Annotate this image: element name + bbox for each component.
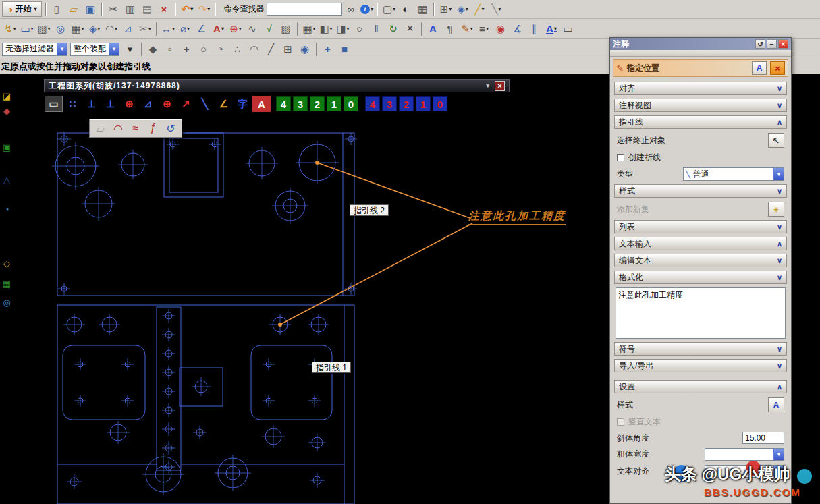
dropdown-icon[interactable]: ▼	[773, 466, 784, 477]
text-align-combo[interactable]: ▼	[705, 465, 784, 478]
extrude-icon[interactable]: ▧▾	[36, 22, 52, 36]
edit-text-bar[interactable]: 编辑文本 ∨	[614, 254, 787, 267]
selection-scope-combo[interactable]: 整个装配 ▼	[70, 43, 119, 56]
dropdown-icon[interactable]: ▼	[773, 168, 784, 180]
create-polyline-checkbox[interactable]	[617, 154, 624, 161]
surface-finish-icon[interactable]: √	[261, 22, 277, 36]
style5-icon[interactable]: ╲	[196, 96, 214, 112]
annotation-icon[interactable]: A▾	[211, 22, 227, 36]
binoculars-icon[interactable]: ∞	[342, 2, 358, 17]
edit-text-icon[interactable]: ✎▾	[459, 22, 475, 36]
palette-icon[interactable]: ◇	[3, 259, 10, 269]
trim-icon[interactable]: ✂▾	[137, 22, 153, 36]
new-file-icon[interactable]: ▯	[49, 2, 65, 17]
wcs-icon[interactable]: +	[320, 42, 336, 57]
cut-icon[interactable]: ✂	[105, 2, 121, 17]
tools-icon[interactable]: ◈▾	[454, 2, 470, 17]
weld-symbol-icon[interactable]: ∿	[244, 22, 261, 36]
quadrant-snap-icon[interactable]: ◔	[213, 42, 229, 57]
update-views-icon[interactable]: ↻	[385, 22, 402, 36]
layer-green-button[interactable]: 4	[276, 96, 291, 111]
delete-view-icon[interactable]: ×	[402, 22, 418, 36]
assembly-navigator-icon[interactable]: ▣	[3, 143, 11, 152]
selection-filter-combo[interactable]: 无选择过滤器 ▼	[2, 43, 67, 56]
undo-icon[interactable]: ↶▾	[179, 2, 195, 17]
break-view-icon[interactable]: ‖	[368, 22, 385, 36]
minimize-icon[interactable]: −	[767, 39, 777, 49]
edge-blend-icon[interactable]: ◠▾	[103, 22, 119, 36]
roles-icon[interactable]: ◪	[3, 92, 11, 101]
note-dialog-titlebar[interactable]: 注释 ↺ − ×	[610, 38, 791, 50]
ortho2-icon[interactable]: ⊥	[101, 96, 119, 112]
expand-icon[interactable]: ⊞▾	[437, 2, 454, 17]
roll-up-icon[interactable]: ↺	[755, 39, 765, 49]
layer-blue-button[interactable]: 3	[382, 96, 397, 111]
shade-mode-icon[interactable]: ◐	[398, 2, 414, 17]
angle-icon[interactable]: ∡	[510, 22, 526, 36]
paste-icon[interactable]: ▤	[139, 2, 155, 17]
text-origin-button[interactable]: A	[752, 61, 767, 75]
view-menu-icon[interactable]: ▾	[486, 82, 489, 89]
layers-icon[interactable]: ▦	[3, 279, 11, 289]
cube-icon[interactable]: ■	[337, 42, 353, 57]
navigator-icon[interactable]: ◆	[3, 107, 10, 116]
italic-angle-input[interactable]	[742, 432, 784, 444]
center-snap-icon[interactable]: ○	[196, 42, 212, 57]
hole-icon[interactable]: ◎	[53, 22, 69, 36]
cn-text-icon[interactable]: 字	[234, 96, 252, 112]
a-box-icon[interactable]: A	[252, 96, 271, 112]
dim-linear-icon[interactable]: ↔▾	[160, 22, 176, 36]
text-icon[interactable]: A	[425, 22, 441, 36]
leader1-handle[interactable]: 指引线 1	[312, 362, 351, 373]
leader-tool-icon[interactable]: ↗	[177, 96, 195, 112]
layer-green-button[interactable]: 1	[327, 96, 341, 111]
window-icon[interactable]: ▢▾	[381, 2, 397, 17]
pen-icon[interactable]: ╲▾	[488, 2, 504, 17]
function-icon[interactable]: ƒ	[145, 121, 161, 136]
frame-icon[interactable]: ▭	[560, 22, 576, 36]
ruler-icon[interactable]: ╱▾	[471, 2, 487, 17]
align-icon[interactable]: ≡▾	[476, 22, 492, 36]
crosshatch-icon[interactable]: ▨	[278, 22, 294, 36]
start-menu-button[interactable]: ◑ 开始 ▾	[2, 1, 42, 17]
intersection-snap-icon[interactable]: +	[179, 42, 195, 57]
delete-icon[interactable]: ×	[156, 2, 172, 17]
base-view-icon[interactable]: ◧▾	[318, 22, 334, 36]
table-icon[interactable]: ▦▾	[301, 22, 317, 36]
handle-icon[interactable]: ▱	[92, 121, 109, 136]
layer-blue-button[interactable]: 4	[365, 96, 380, 111]
angle-tool-icon[interactable]: ∠	[215, 96, 233, 112]
layer-blue-button[interactable]: 0	[433, 96, 447, 111]
target-icon[interactable]: ◉	[493, 22, 509, 36]
spline-icon[interactable]: ≈	[128, 121, 144, 136]
layer-green-button[interactable]: 2	[310, 96, 325, 111]
sketch-icon[interactable]: ↯▾	[2, 22, 18, 36]
dropdown-icon[interactable]: ▼	[109, 43, 119, 55]
unite-icon[interactable]: ◈▾	[86, 22, 103, 36]
dim-angular-icon[interactable]: ∠	[194, 22, 210, 36]
copy-icon[interactable]: ▥	[122, 2, 138, 17]
grid-snap-icon[interactable]: ⊞	[280, 42, 296, 57]
loop-icon[interactable]: ↺	[163, 121, 179, 136]
list-bar[interactable]: 列表 ∨	[614, 220, 787, 233]
pattern-icon[interactable]: ▦▾	[70, 22, 86, 36]
ortho-icon[interactable]: ⊥	[82, 96, 101, 112]
id-symbol-icon[interactable]: ⊕▾	[227, 22, 244, 36]
save-icon[interactable]: ▣	[82, 2, 99, 17]
datum-plane-icon[interactable]: ▭▾	[19, 22, 35, 36]
detail-view-icon[interactable]: ○	[352, 22, 368, 36]
text-input-section-bar[interactable]: 文本输入 ∧	[614, 237, 787, 250]
layer-green-button[interactable]: 3	[293, 96, 308, 111]
add-new-set-button[interactable]: +	[768, 202, 784, 217]
dim-radial-icon[interactable]: ⌀▾	[177, 22, 193, 36]
angle-snap-icon[interactable]: ╱	[263, 42, 279, 57]
style-bar[interactable]: 样式 ∨	[614, 184, 787, 198]
origin-tool-icon[interactable]: ▭	[45, 96, 63, 112]
annotation-view-bar[interactable]: 注释视图 ∨	[614, 99, 787, 112]
dropdown-icon[interactable]: ▼	[773, 449, 784, 460]
target-point-icon[interactable]: ⊕	[158, 96, 176, 112]
import-export-bar[interactable]: 导入/导出 ∨	[614, 359, 787, 372]
slope-icon[interactable]: ⊿	[139, 96, 157, 112]
leader-section-bar[interactable]: 指引线 ∧	[614, 115, 787, 129]
close-view-icon[interactable]: ×	[495, 81, 505, 91]
